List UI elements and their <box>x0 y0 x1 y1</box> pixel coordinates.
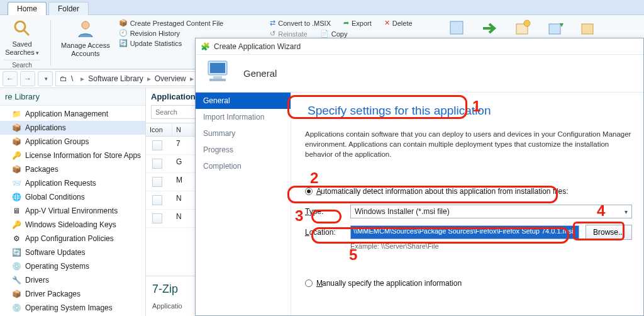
tree-item-label: Windows Sideloading Keys <box>25 220 116 229</box>
tree-item-icon: 💿 <box>11 261 21 271</box>
tab-strip: Home Folder <box>0 0 644 15</box>
svg-point-5 <box>524 20 530 26</box>
type-label: Type: <box>305 207 344 216</box>
tree-item-icon: 📦 <box>11 289 21 299</box>
refresh-icon: 🔄 <box>119 39 128 47</box>
annotation-num-4: 4 <box>597 202 605 220</box>
ribbon-action-4[interactable] <box>545 18 566 39</box>
create-prestaged-label: Create Prestaged Content File <box>130 20 224 27</box>
ribbon-action-5[interactable] <box>577 18 599 39</box>
svg-rect-7 <box>582 24 593 34</box>
reinstate-icon: ↺ <box>270 30 275 38</box>
tree-item-label: Application Management <box>25 110 108 118</box>
delete-label: Delete <box>392 20 413 27</box>
manage-access-button[interactable]: Manage Access Accounts <box>61 18 110 69</box>
tree-item-label: Packages <box>25 165 58 174</box>
convert-msix-button[interactable]: ⇄ Convert to .MSIX <box>270 19 331 27</box>
nav-tree: re Library 📁Application Management📦Appli… <box>0 88 146 316</box>
ribbon-action-3[interactable] <box>512 18 533 39</box>
type-value: Windows Installer (*.msi file) <box>355 207 450 216</box>
wizard-step-2[interactable]: Summary <box>196 125 291 142</box>
wizard-step-0[interactable]: General <box>196 93 291 109</box>
nav-forward-button[interactable]: → <box>20 71 35 86</box>
tree-item-12[interactable]: 🔧Drivers <box>0 273 145 287</box>
revision-history-button[interactable]: 🕘 Revision History <box>119 29 224 37</box>
tree-item-icon: 🔧 <box>11 275 21 285</box>
type-row: Type: Windows Installer (*.msi file) ▾ <box>305 205 632 218</box>
tree-item-icon: 📨 <box>11 178 21 188</box>
crumb-root: \ <box>71 74 73 83</box>
svg-rect-11 <box>209 79 226 81</box>
nav-history-button[interactable] <box>38 71 53 86</box>
tree-item-7[interactable]: 🖥App-V Virtual Environments <box>0 204 145 218</box>
create-prestaged-button[interactable]: 📦 Create Prestaged Content File <box>119 19 224 27</box>
annotation-num-3: 3 <box>295 207 303 225</box>
tree-item-label: Operating System Images <box>25 303 113 312</box>
tree-item-label: Global Conditions <box>25 193 85 201</box>
wizard-step-4[interactable]: Completion <box>196 158 291 174</box>
annotation-num-1: 1 <box>472 98 480 115</box>
wizard-step-1[interactable]: Import Information <box>196 109 291 125</box>
computer-icon <box>204 59 235 88</box>
tree-item-0[interactable]: 📁Application Management <box>0 107 145 121</box>
wizard-banner-title: General <box>243 68 277 79</box>
annotation-num-2: 2 <box>310 169 318 187</box>
row-icon <box>152 177 162 187</box>
copy-icon: 📄 <box>320 30 329 38</box>
tree-item-5[interactable]: 📨Application Requests <box>0 176 145 190</box>
crumb-1[interactable]: Overview <box>155 74 186 83</box>
tree-item-14[interactable]: 💿Operating System Images <box>0 301 145 315</box>
svg-rect-6 <box>549 24 560 34</box>
tree-item-icon: 📦 <box>11 164 21 174</box>
tree-item-4[interactable]: 📦Packages <box>0 162 145 176</box>
saved-searches-button[interactable]: Saved Searches Search <box>4 18 40 69</box>
tree-item-label: Operating Systems <box>25 262 89 271</box>
ribbon-action-1[interactable] <box>447 18 468 39</box>
tree-item-9[interactable]: ⚙App Configuration Policies <box>0 232 145 245</box>
wizard-titlebar: 🧩 Create Application Wizard <box>196 38 643 55</box>
wizard-heading: Specify settings for this application <box>305 99 632 129</box>
export-label: Export <box>352 20 372 27</box>
tree-item-1[interactable]: 📦Applications <box>0 121 145 135</box>
nav-back-button[interactable]: ← <box>3 71 18 86</box>
radio-off-icon <box>305 279 313 287</box>
export-button[interactable]: ➦ Export <box>343 19 372 27</box>
tree-item-label: Applications <box>25 123 66 132</box>
tree-item-8[interactable]: 🔑Windows Sideloading Keys <box>0 218 145 232</box>
type-combo[interactable]: Windows Installer (*.msi file) ▾ <box>350 205 632 218</box>
tree-item-6[interactable]: 🌐Global Conditions <box>0 190 145 204</box>
wizard-icon: 🧩 <box>201 42 210 51</box>
wizard-step-3[interactable]: Progress <box>196 142 291 158</box>
tree-item-icon: ⚙ <box>11 234 21 244</box>
delete-icon: ✕ <box>384 19 390 27</box>
tree-item-label: Application Requests <box>25 179 96 188</box>
reinstate-button[interactable]: ↺ Reinstate <box>270 30 307 38</box>
radio-manual[interactable]: Manually specify the application informa… <box>305 276 632 290</box>
svg-line-1 <box>24 30 29 35</box>
tree-item-11[interactable]: 💿Operating Systems <box>0 259 145 273</box>
delete-button[interactable]: ✕ Delete <box>384 19 413 27</box>
tree-item-13[interactable]: 📦Driver Packages <box>0 287 145 301</box>
wizard-steps: GeneralImport InformationSummaryProgress… <box>196 93 291 315</box>
tree-item-icon: 💿 <box>11 303 21 313</box>
location-label: Location: <box>305 228 344 237</box>
tree-item-3[interactable]: 🔑License Information for Store Apps <box>0 149 145 162</box>
tree-item-10[interactable]: 🔄Software Updates <box>0 245 145 259</box>
wizard-main: Specify settings for this application Ap… <box>291 93 643 315</box>
location-input[interactable]: \\MMEMCM\Sources\Package Sources\Firefox… <box>350 225 579 239</box>
copy-button[interactable]: 📄 Copy <box>320 30 348 38</box>
reinstate-label: Reinstate <box>278 30 307 38</box>
create-application-wizard: 🧩 Create Application Wizard General Gene… <box>195 38 644 316</box>
radio-auto-detect[interactable]: Automatically detect information about t… <box>305 184 632 198</box>
crumb-0[interactable]: Software Library <box>88 74 143 83</box>
tree-item-icon: 📦 <box>11 123 21 133</box>
tree-item-2[interactable]: 📦Application Groups <box>0 135 145 149</box>
nav-title: re Library <box>0 88 145 106</box>
ribbon-action-arrow[interactable] <box>479 18 501 39</box>
tab-folder[interactable]: Folder <box>48 2 89 15</box>
grid-col-icon[interactable]: Icon <box>146 123 172 136</box>
annotation-num-5: 5 <box>349 246 357 264</box>
browse-button[interactable]: Browse... <box>586 225 632 240</box>
tree-item-label: App-V Virtual Environments <box>25 206 118 215</box>
tab-home[interactable]: Home <box>8 2 47 15</box>
